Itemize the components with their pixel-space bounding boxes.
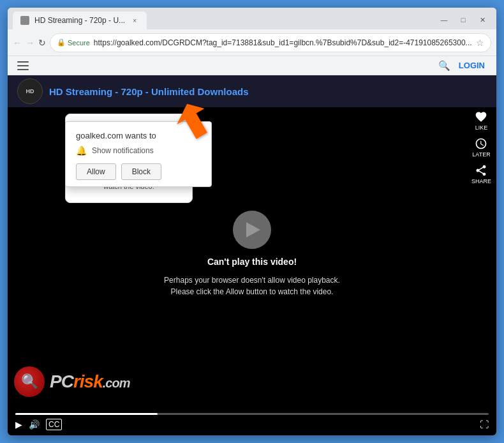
url-bar[interactable]: 🔒 Secure https://goalked.com/DCGRDCM?tag…	[50, 33, 491, 52]
window-controls: — □ ✕	[435, 13, 491, 29]
progress-fill	[15, 413, 158, 415]
volume-button[interactable]: 🔊	[29, 419, 40, 430]
orange-arrow	[161, 101, 212, 165]
progress-bar[interactable]	[15, 413, 489, 415]
fullscreen-button[interactable]: ⛶	[480, 419, 489, 430]
pcrisk-logo	[14, 366, 45, 397]
bookmarks-bar: 🔍 LOGIN	[8, 56, 496, 75]
login-button[interactable]: LOGIN	[454, 61, 490, 70]
maximize-button[interactable]: □	[454, 13, 472, 27]
toolbar-right: 👤 ⋮	[495, 34, 496, 52]
back-button[interactable]: ←	[13, 34, 22, 52]
hamburger-menu-button[interactable]	[14, 57, 32, 75]
reload-button[interactable]: ↻	[38, 34, 46, 52]
close-button[interactable]: ✕	[473, 13, 491, 27]
controls-row: ▶ 🔊 CC ⛶	[15, 419, 489, 430]
content-area: HD HD Streaming - 720p - Unlimited Downl…	[8, 75, 496, 435]
svg-marker-0	[170, 101, 212, 144]
video-error-title: Can't play this video!	[207, 257, 297, 267]
tab-bar: HD Streaming - 720p - U... × — □ ✕	[8, 8, 496, 29]
pcrisk-text: PCrisk.com	[50, 372, 130, 392]
video-error-description: Perhaps your browser doesn't allow video…	[156, 274, 348, 297]
browser-window: HD Streaming - 720p - U... × — □ ✕ ← → ↻…	[8, 8, 496, 435]
video-header: HD HD Streaming - 720p - Unlimited Downl…	[8, 75, 496, 107]
url-text: https://goalked.com/DCGRDCM?tag_id=71388…	[94, 38, 472, 47]
play-pause-button[interactable]: ▶	[15, 419, 22, 430]
secure-badge: 🔒 Secure	[57, 38, 90, 47]
video-controls: ▶ 🔊 CC ⛶	[8, 400, 496, 435]
tab-favicon	[20, 16, 29, 25]
bookmark-star-button[interactable]: ☆	[476, 38, 484, 48]
watermark: PCrisk.com	[14, 366, 130, 397]
forward-button[interactable]: →	[26, 34, 34, 52]
minimize-button[interactable]: —	[435, 13, 453, 27]
hd-logo: HD	[17, 79, 43, 104]
tab-title: HD Streaming - 720p - U...	[34, 16, 125, 25]
block-button[interactable]: Block	[121, 163, 161, 180]
bell-icon: 🔔	[76, 146, 87, 156]
user-icon-button[interactable]: 👤	[495, 34, 496, 52]
allow-button[interactable]: Allow	[76, 163, 116, 180]
search-button[interactable]: 🔍	[436, 57, 454, 75]
address-bar: ← → ↻ 🔒 Secure https://goalked.com/DCGRD…	[8, 29, 496, 56]
lock-icon: 🔒	[57, 38, 66, 47]
cc-button[interactable]: CC	[46, 419, 62, 430]
popup-buttons: Allow Block	[76, 163, 201, 180]
play-icon	[233, 211, 271, 249]
tab-close-button[interactable]: ×	[130, 16, 139, 25]
active-tab[interactable]: HD Streaming - 720p - U... ×	[13, 11, 147, 29]
popup-notification-text: Show notifications	[92, 146, 154, 155]
video-title: HD Streaming - 720p - Unlimited Download…	[49, 86, 249, 97]
